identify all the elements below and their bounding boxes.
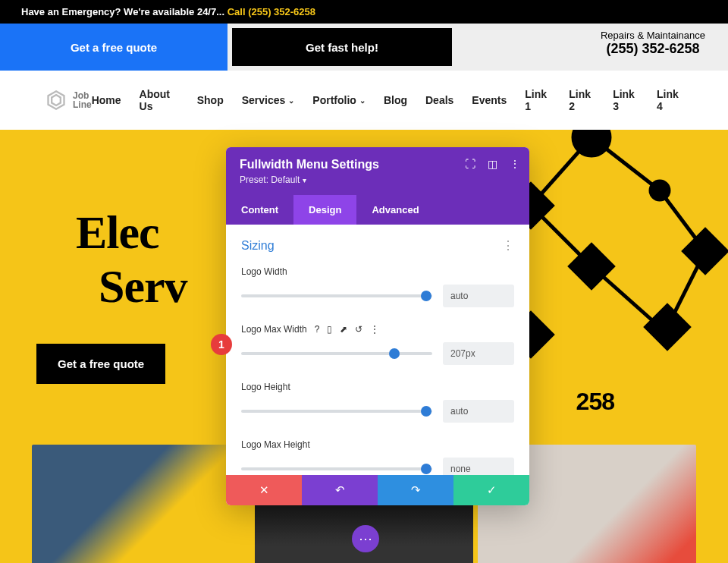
hero-phone-fragment: 258 bbox=[576, 388, 614, 416]
repairs-info: Repairs & Maintainance (255) 352-6258 bbox=[578, 24, 728, 71]
field-logo-max-width: Logo Max Width ? ▯ ⬈ ↺ ⋮ bbox=[241, 324, 514, 365]
nav-item-link-2[interactable]: Link 2 bbox=[569, 88, 595, 112]
phone-icon[interactable]: ▯ bbox=[327, 324, 332, 335]
more-icon[interactable]: ⋮ bbox=[510, 158, 520, 170]
svg-point-10 bbox=[573, 130, 610, 156]
save-button[interactable]: ✓ bbox=[453, 475, 529, 505]
logo-height-slider[interactable] bbox=[241, 410, 432, 413]
reset-icon[interactable]: ↺ bbox=[355, 324, 362, 335]
field-logo-height: Logo Height bbox=[241, 382, 514, 423]
tab-design[interactable]: Design bbox=[293, 195, 356, 225]
builder-fab[interactable]: ⋯ bbox=[352, 525, 379, 552]
nav-item-about-us[interactable]: About Us bbox=[140, 88, 179, 112]
annotation-badge: 1 bbox=[211, 334, 232, 355]
section-title[interactable]: Sizing bbox=[241, 239, 275, 253]
emergency-text: Have an Emergency? We're available 24/7.… bbox=[21, 6, 224, 17]
tab-content[interactable]: Content bbox=[226, 195, 293, 225]
logo-max-height-slider[interactable] bbox=[241, 467, 432, 470]
hover-icon[interactable]: ⬈ bbox=[340, 324, 347, 335]
get-fast-help-button[interactable]: Get fast help! bbox=[232, 28, 452, 66]
tab-advanced[interactable]: Advanced bbox=[356, 195, 434, 225]
panel-footer: ✕ ↶ ↷ ✓ bbox=[226, 475, 529, 505]
panel-preset[interactable]: Preset: Default ▾ bbox=[240, 175, 306, 185]
panel-body: Sizing ⋮ Logo Width Logo Max Width ? ▯ ⬈… bbox=[226, 225, 529, 475]
logo-max-width-input[interactable] bbox=[443, 342, 514, 365]
nav-item-portfolio[interactable]: Portfolio⌄ bbox=[312, 88, 366, 112]
hero-quote-button[interactable]: Get a free quote bbox=[36, 344, 165, 384]
nav-item-link-4[interactable]: Link 4 bbox=[657, 88, 682, 112]
nav-item-services[interactable]: Services⌄ bbox=[242, 88, 295, 112]
field-logo-max-height: Logo Max Height bbox=[241, 439, 514, 475]
cancel-button[interactable]: ✕ bbox=[226, 475, 302, 505]
svg-rect-15 bbox=[684, 230, 727, 273]
snap-icon[interactable]: ◫ bbox=[488, 158, 497, 170]
svg-rect-17 bbox=[646, 306, 689, 349]
header-phone[interactable]: (255) 352-6258 bbox=[601, 41, 705, 57]
field-more-icon[interactable]: ⋮ bbox=[370, 324, 379, 335]
logo-height-label: Logo Height bbox=[241, 382, 514, 392]
logo-max-width-slider[interactable] bbox=[241, 352, 432, 355]
emergency-bar: Have an Emergency? We're available 24/7.… bbox=[0, 0, 728, 24]
svg-point-14 bbox=[651, 181, 669, 200]
logo-width-input[interactable] bbox=[443, 285, 514, 307]
chevron-down-icon: ▾ bbox=[303, 176, 306, 184]
logo[interactable]: JobLine bbox=[46, 90, 92, 111]
slider-thumb[interactable] bbox=[421, 291, 431, 301]
nav-item-link-3[interactable]: Link 3 bbox=[613, 88, 639, 112]
main-nav: JobLine HomeAbout UsShopServices⌄Portfol… bbox=[0, 71, 728, 130]
chevron-down-icon: ⌄ bbox=[359, 96, 366, 105]
panel-tabs: Content Design Advanced bbox=[226, 195, 529, 225]
logo-width-label: Logo Width bbox=[241, 266, 514, 277]
svg-marker-1 bbox=[52, 95, 61, 105]
nav-item-events[interactable]: Events bbox=[472, 88, 507, 112]
logo-icon bbox=[46, 90, 67, 111]
repairs-label: Repairs & Maintainance bbox=[601, 30, 705, 41]
logo-max-width-label: Logo Max Width bbox=[241, 324, 307, 335]
logo-height-input[interactable] bbox=[443, 400, 514, 423]
logo-width-slider[interactable] bbox=[241, 294, 432, 297]
emergency-phone[interactable]: Call (255) 352-6258 bbox=[228, 6, 315, 17]
logo-max-height-input[interactable] bbox=[443, 458, 514, 475]
chevron-down-icon: ⌄ bbox=[288, 96, 294, 105]
slider-thumb[interactable] bbox=[421, 464, 431, 474]
panel-header[interactable]: Fullwidth Menu Settings Preset: Default … bbox=[226, 147, 529, 195]
field-logo-width: Logo Width bbox=[241, 266, 514, 307]
nav-item-link-1[interactable]: Link 1 bbox=[525, 88, 551, 112]
help-icon[interactable]: ? bbox=[315, 324, 320, 335]
redo-button[interactable]: ↷ bbox=[378, 475, 453, 505]
nav-item-blog[interactable]: Blog bbox=[384, 88, 407, 112]
logo-max-height-label: Logo Max Height bbox=[241, 439, 514, 450]
settings-panel: Fullwidth Menu Settings Preset: Default … bbox=[226, 147, 529, 505]
slider-thumb[interactable] bbox=[421, 406, 431, 417]
section-more-icon[interactable]: ⋮ bbox=[502, 238, 514, 253]
expand-icon[interactable]: ⛶ bbox=[465, 158, 475, 170]
nav-item-home[interactable]: Home bbox=[92, 88, 121, 112]
nav-item-shop[interactable]: Shop bbox=[197, 88, 224, 112]
nav-item-deals[interactable]: Deals bbox=[425, 88, 453, 112]
undo-button[interactable]: ↶ bbox=[302, 475, 378, 505]
header-row: Get a free quote Get fast help! Repairs … bbox=[0, 24, 728, 71]
slider-thumb[interactable] bbox=[389, 348, 400, 359]
logo-text-2: Line bbox=[73, 99, 92, 110]
get-quote-button[interactable]: Get a free quote bbox=[0, 24, 228, 71]
gallery-image-1[interactable] bbox=[32, 445, 250, 563]
